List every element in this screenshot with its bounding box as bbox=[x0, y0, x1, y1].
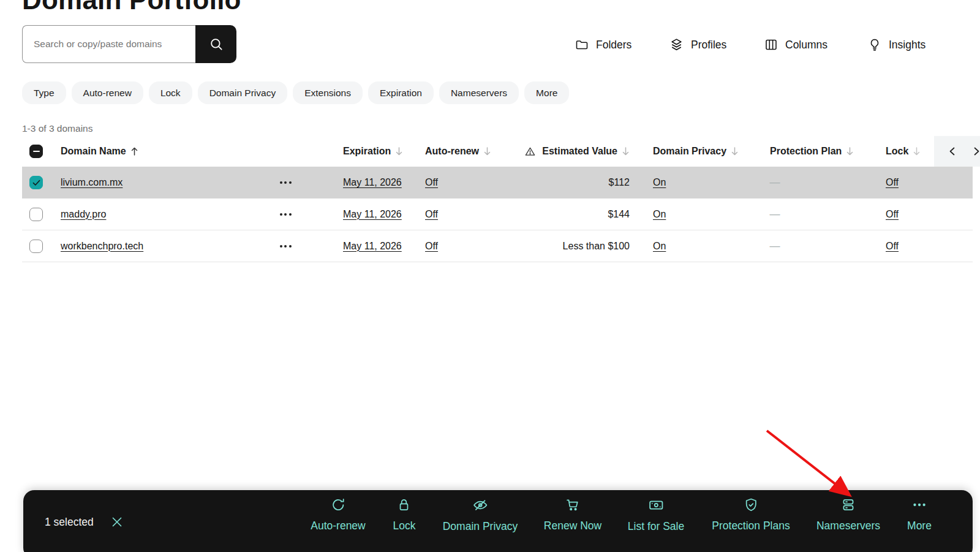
protection-plan-value: — bbox=[770, 176, 780, 189]
column-header-lock[interactable]: Lock bbox=[886, 136, 921, 167]
expiration-link[interactable]: May 11, 2026 bbox=[343, 177, 402, 188]
ellipsis-icon bbox=[280, 213, 282, 216]
domain-privacy-link[interactable]: On bbox=[653, 209, 666, 220]
indeterminate-icon bbox=[33, 151, 40, 153]
sort-desc-icon bbox=[913, 146, 921, 156]
check-icon bbox=[32, 180, 40, 186]
selected-count: 1 selected bbox=[45, 516, 94, 529]
table-row: workbenchpro.tech May 11, 2026 Off Less … bbox=[22, 230, 973, 262]
insights-button[interactable]: Insights bbox=[867, 32, 925, 58]
table-row: livium.com.mx May 11, 2026 Off $112 On —… bbox=[22, 167, 973, 198]
column-scroll-panel bbox=[934, 136, 980, 167]
estimated-value: Less than $100 bbox=[563, 241, 630, 252]
domain-link[interactable]: maddy.pro bbox=[61, 209, 106, 220]
filter-expiration[interactable]: Expiration bbox=[368, 81, 434, 104]
bulk-more-button[interactable]: More bbox=[907, 497, 932, 532]
row-menu-button[interactable] bbox=[276, 210, 295, 219]
sort-desc-icon bbox=[483, 146, 491, 156]
profiles-label: Profiles bbox=[691, 39, 726, 51]
insights-label: Insights bbox=[889, 39, 925, 51]
shield-check-icon bbox=[743, 497, 759, 513]
filter-nameservers[interactable]: Nameservers bbox=[439, 81, 519, 104]
bulk-nameservers-button[interactable]: Nameservers bbox=[816, 497, 880, 532]
protection-plan-value: — bbox=[770, 240, 780, 252]
expiration-link[interactable]: May 11, 2026 bbox=[343, 209, 402, 220]
sort-desc-icon bbox=[846, 146, 854, 156]
column-header-domain-privacy[interactable]: Domain Privacy bbox=[653, 136, 739, 167]
profiles-button[interactable]: Profiles bbox=[669, 32, 726, 58]
banknote-icon bbox=[648, 497, 665, 513]
domain-link[interactable]: livium.com.mx bbox=[61, 177, 123, 188]
magnifier-icon bbox=[208, 36, 224, 52]
column-header-domain-name[interactable]: Domain Name bbox=[61, 136, 138, 167]
bulk-action-bar: 1 selected Auto-renew Lock bbox=[23, 490, 973, 552]
auto-renew-link[interactable]: Off bbox=[425, 209, 438, 220]
domain-privacy-link[interactable]: On bbox=[653, 241, 666, 252]
column-header-protection-plan[interactable]: Protection Plan bbox=[770, 136, 854, 167]
clear-selection-button[interactable] bbox=[110, 515, 124, 529]
bulk-list-for-sale-button[interactable]: List for Sale bbox=[628, 497, 684, 533]
ellipsis-icon bbox=[280, 181, 282, 184]
chevron-right-icon bbox=[973, 146, 980, 156]
estimated-value: $112 bbox=[609, 177, 630, 188]
filter-domain-privacy[interactable]: Domain Privacy bbox=[198, 81, 288, 104]
domain-portfolio-page: Domain Portfolio Folders P bbox=[0, 0, 980, 552]
folders-label: Folders bbox=[596, 39, 631, 51]
columns-label: Columns bbox=[785, 39, 827, 51]
bulk-lock-button[interactable]: Lock bbox=[393, 497, 416, 532]
server-icon bbox=[840, 497, 856, 513]
close-icon bbox=[111, 516, 123, 528]
folders-button[interactable]: Folders bbox=[575, 32, 631, 58]
columns-icon bbox=[764, 37, 778, 52]
filter-more[interactable]: More bbox=[524, 81, 569, 104]
filter-type[interactable]: Type bbox=[22, 81, 66, 104]
lightbulb-icon bbox=[867, 37, 882, 52]
column-header-expiration[interactable]: Expiration bbox=[343, 136, 403, 167]
lock-link[interactable]: Off bbox=[886, 241, 899, 252]
select-all-checkbox[interactable] bbox=[29, 145, 43, 158]
table-row: maddy.pro May 11, 2026 Off $144 On — Off bbox=[22, 198, 973, 230]
bulk-renew-now-button[interactable]: Renew Now bbox=[544, 497, 601, 532]
search-button[interactable] bbox=[195, 25, 236, 63]
auto-renew-link[interactable]: Off bbox=[425, 177, 438, 188]
column-header-auto-renew[interactable]: Auto-renew bbox=[425, 136, 491, 167]
layers-icon bbox=[669, 37, 684, 53]
filter-auto-renew[interactable]: Auto-renew bbox=[72, 81, 143, 104]
refresh-icon bbox=[330, 497, 346, 513]
lock-link[interactable]: Off bbox=[886, 177, 899, 188]
result-count: 1-3 of 3 domains bbox=[22, 123, 92, 134]
ellipsis-icon bbox=[280, 245, 282, 248]
domain-search bbox=[22, 25, 236, 63]
folder-icon bbox=[575, 37, 589, 52]
scroll-columns-right-button[interactable] bbox=[970, 144, 980, 159]
estimated-value: $144 bbox=[608, 209, 630, 220]
columns-button[interactable]: Columns bbox=[764, 32, 827, 58]
sort-desc-icon bbox=[395, 146, 403, 156]
filter-lock[interactable]: Lock bbox=[149, 81, 192, 104]
expiration-link[interactable]: May 11, 2026 bbox=[343, 241, 402, 252]
ellipsis-icon bbox=[911, 497, 927, 513]
page-title: Domain Portfolio bbox=[22, 0, 241, 15]
scroll-columns-left-button[interactable] bbox=[945, 144, 960, 159]
search-input[interactable] bbox=[22, 25, 195, 63]
row-menu-button[interactable] bbox=[276, 178, 295, 187]
bulk-auto-renew-button[interactable]: Auto-renew bbox=[311, 497, 366, 532]
auto-renew-link[interactable]: Off bbox=[425, 241, 438, 252]
lock-link[interactable]: Off bbox=[886, 209, 899, 220]
bulk-protection-plans-button[interactable]: Protection Plans bbox=[712, 497, 790, 532]
protection-plan-value: — bbox=[770, 208, 780, 221]
eye-off-icon bbox=[472, 497, 488, 513]
filter-extensions[interactable]: Extensions bbox=[293, 81, 363, 104]
bulk-domain-privacy-button[interactable]: Domain Privacy bbox=[443, 497, 518, 533]
table-header: Domain Name Expiration Auto-renew Estima bbox=[22, 136, 973, 167]
filter-bar: Type Auto-renew Lock Domain Privacy Exte… bbox=[22, 81, 569, 104]
row-checkbox[interactable] bbox=[29, 240, 43, 253]
row-checkbox-checked[interactable] bbox=[29, 176, 43, 189]
row-menu-button[interactable] bbox=[276, 241, 295, 251]
sort-desc-icon bbox=[731, 146, 739, 156]
sort-asc-icon bbox=[130, 146, 138, 156]
row-checkbox[interactable] bbox=[29, 208, 43, 221]
domain-link[interactable]: workbenchpro.tech bbox=[61, 241, 143, 252]
column-header-estimated-value[interactable]: Estimated Value bbox=[508, 136, 630, 167]
domain-privacy-link[interactable]: On bbox=[653, 177, 666, 188]
